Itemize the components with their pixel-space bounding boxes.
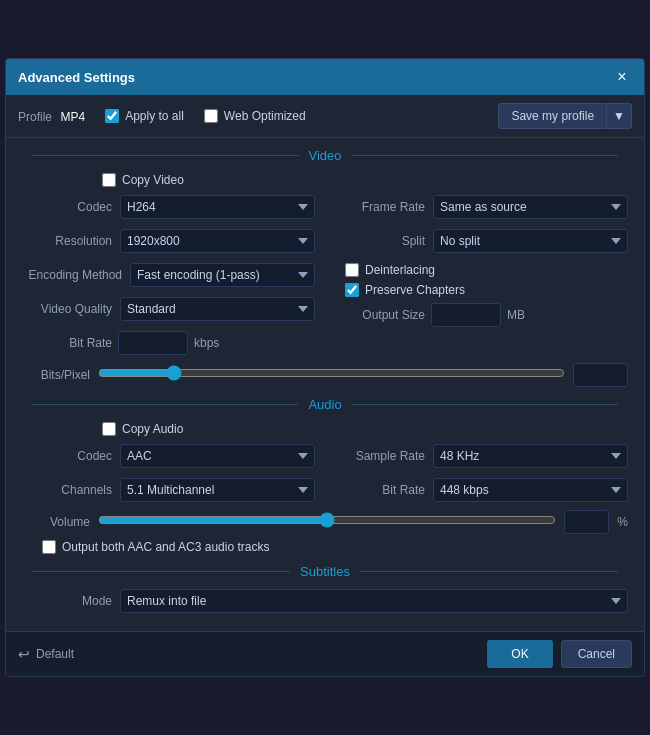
web-optimized-checkbox[interactable] [204,109,218,123]
resolution-select[interactable]: 1920x800 1920x1080 [120,229,315,253]
codec-row: Codec H264 H265 MPEG4 [22,195,315,219]
deinterlacing-checkbox-wrap[interactable]: Deinterlacing [345,263,435,277]
output-size-label: Output Size [335,308,425,322]
content-area: Video Copy Video Codec H264 H265 MPEG4 [6,138,644,631]
close-button[interactable]: × [612,67,632,87]
video-section-title: Video [309,148,342,163]
audio-settings-cols: Codec AAC AC3 Channels 5.1 Multichannel … [22,444,628,506]
copy-video-checkbox[interactable] [102,173,116,187]
video-bitrate-row: Bit Rate 3683 kbps [22,331,315,355]
web-optimized-checkbox-wrap[interactable]: Web Optimized [204,109,306,123]
action-buttons: OK Cancel [487,640,632,668]
encoding-select[interactable]: Fast encoding (1-pass) [130,263,315,287]
profile-info: Profile MP4 [18,107,85,125]
deinterlacing-checkbox[interactable] [345,263,359,277]
bitspixel-label: Bits/Pixel [22,368,90,382]
volume-label: Volume [22,515,90,529]
channels-select[interactable]: 5.1 Multichannel Stereo [120,478,315,502]
audio-bitrate-row: Bit Rate 448 kbps [335,478,628,502]
codec-select[interactable]: H264 H265 MPEG4 [120,195,315,219]
bitspixel-slider[interactable] [98,365,565,381]
audio-section-header: Audio [22,397,628,412]
copy-video-checkbox-wrap[interactable]: Copy Video [102,173,184,187]
bitspixel-input[interactable]: 0.1 [573,363,628,387]
quality-label: Video Quality [22,302,112,316]
output-both-checkbox-wrap[interactable]: Output both AAC and AC3 audio tracks [42,540,269,554]
apply-to-all-checkbox[interactable] [105,109,119,123]
quality-row: Video Quality Standard High [22,297,315,321]
video-bitrate-label: Bit Rate [22,336,112,350]
volume-input[interactable]: 100 [564,510,609,534]
video-right-col: Frame Rate Same as source 30 Split No sp… [335,195,628,359]
bitspixel-slider-wrap [98,365,565,385]
video-settings-cols: Codec H264 H265 MPEG4 Resolution 1920x80… [22,195,628,359]
cancel-button[interactable]: Cancel [561,640,632,668]
codec-label: Codec [22,200,112,214]
preserve-chapters-checkbox[interactable] [345,283,359,297]
output-both-checkbox[interactable] [42,540,56,554]
deinterlacing-row: Deinterlacing [335,263,628,277]
volume-slider-wrap [98,512,556,532]
audio-codec-label: Codec [22,449,112,463]
audio-bitrate-select[interactable]: 448 kbps [433,478,628,502]
save-profile-arrow-button[interactable]: ▼ [607,103,632,129]
resolution-label: Resolution [22,234,112,248]
output-size-input[interactable]: 212 [431,303,501,327]
video-left-col: Codec H264 H265 MPEG4 Resolution 1920x80… [22,195,315,359]
encoding-label: Encoding Method [22,268,122,282]
split-select[interactable]: No split [433,229,628,253]
mode-select[interactable]: Remux into file Burn into video Extract [120,589,628,613]
framerate-label: Frame Rate [335,200,425,214]
copy-audio-label: Copy Audio [122,422,183,436]
bitspixel-row: Bits/Pixel 0.1 [22,363,628,387]
output-size-row: Output Size 212 MB [335,303,628,327]
resolution-row: Resolution 1920x800 1920x1080 [22,229,315,253]
video-bitrate-unit: kbps [194,336,219,350]
audio-left-col: Codec AAC AC3 Channels 5.1 Multichannel … [22,444,315,506]
ok-button[interactable]: OK [487,640,552,668]
audio-codec-select[interactable]: AAC AC3 [120,444,315,468]
video-bitrate-input[interactable]: 3683 [118,331,188,355]
volume-row: Volume 100 % [22,510,628,534]
copy-audio-checkbox[interactable] [102,422,116,436]
dialog-title: Advanced Settings [18,70,135,85]
output-both-label: Output both AAC and AC3 audio tracks [62,540,269,554]
copy-video-row: Copy Video [22,173,628,187]
default-button[interactable]: ↩ Default [18,646,74,662]
preserve-chapters-label: Preserve Chapters [365,283,465,297]
framerate-select[interactable]: Same as source 30 [433,195,628,219]
web-optimized-label: Web Optimized [224,109,306,123]
save-profile-button[interactable]: Save my profile [498,103,607,129]
deinterlacing-label: Deinterlacing [365,263,435,277]
mode-row: Mode Remux into file Burn into video Ext… [22,589,628,613]
copy-audio-checkbox-wrap[interactable]: Copy Audio [102,422,183,436]
channels-row: Channels 5.1 Multichannel Stereo [22,478,315,502]
channels-label: Channels [22,483,112,497]
subtitles-section-header: Subtitles [22,564,628,579]
sample-rate-select[interactable]: 48 KHz [433,444,628,468]
apply-to-all-label: Apply to all [125,109,184,123]
encoding-row: Encoding Method Fast encoding (1-pass) [22,263,315,287]
output-size-unit: MB [507,308,525,322]
split-label: Split [335,234,425,248]
title-bar: Advanced Settings × [6,59,644,95]
mode-label: Mode [22,594,112,608]
split-row: Split No split [335,229,628,253]
save-btn-group: Save my profile ▼ [498,103,632,129]
apply-to-all-checkbox-wrap[interactable]: Apply to all [105,109,184,123]
subtitles-section-title: Subtitles [300,564,350,579]
advanced-settings-dialog: Advanced Settings × Profile MP4 Apply to… [5,58,645,677]
quality-select[interactable]: Standard High [120,297,315,321]
video-section-header: Video [22,148,628,163]
bottom-bar: ↩ Default OK Cancel [6,631,644,676]
volume-unit: % [617,515,628,529]
audio-bitrate-label: Bit Rate [335,483,425,497]
volume-slider[interactable] [98,512,556,528]
profile-label: Profile [18,110,52,124]
preserve-chapters-row: Preserve Chapters [335,283,628,297]
default-label: Default [36,647,74,661]
preserve-chapters-checkbox-wrap[interactable]: Preserve Chapters [345,283,465,297]
audio-right-col: Sample Rate 48 KHz Bit Rate 448 kbps [335,444,628,506]
sample-rate-row: Sample Rate 48 KHz [335,444,628,468]
audio-codec-row: Codec AAC AC3 [22,444,315,468]
